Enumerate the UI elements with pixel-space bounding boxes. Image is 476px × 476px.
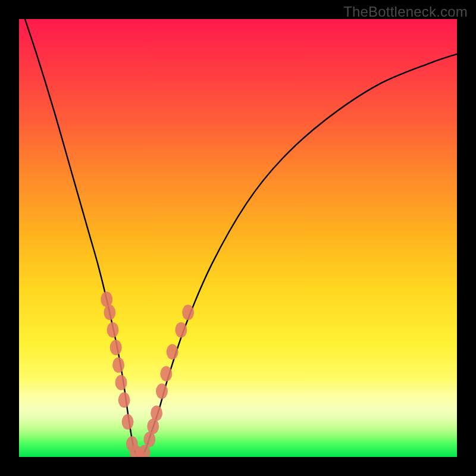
marker-bead <box>156 384 168 399</box>
marker-bead <box>160 366 172 381</box>
marker-bead <box>107 322 119 338</box>
marker-bead <box>104 305 115 320</box>
marker-bead <box>147 418 159 434</box>
highlight-beads <box>101 292 194 457</box>
marker-bead <box>182 305 194 320</box>
watermark-text: TheBottleneck.com <box>343 4 468 20</box>
curve-layer <box>19 19 457 457</box>
marker-bead <box>110 340 122 355</box>
marker-bead <box>143 432 155 447</box>
chart-frame: TheBottleneck.com <box>0 0 476 476</box>
marker-bead <box>112 357 124 372</box>
marker-bead <box>118 392 130 408</box>
marker-bead <box>175 322 187 338</box>
plot-area <box>19 19 457 457</box>
marker-bead <box>115 375 127 390</box>
marker-bead <box>151 405 162 421</box>
marker-bead <box>167 344 178 359</box>
marker-bead <box>101 292 112 307</box>
marker-bead <box>122 414 134 430</box>
bottleneck-curve <box>19 19 457 457</box>
